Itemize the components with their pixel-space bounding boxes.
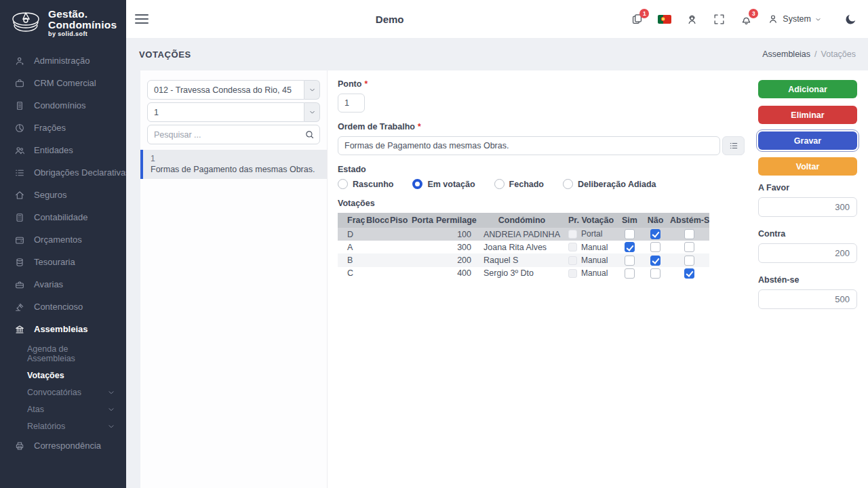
sidebar-nav: AdministraçãoCRM ComercialCondomíniosFra… [0,49,126,457]
cell-nao [642,267,669,280]
sim-checkbox[interactable] [625,229,635,239]
nao-checkbox[interactable] [650,268,660,279]
column-header-porta: Porta [410,213,435,228]
voltar-button[interactable]: Voltar [758,157,857,176]
table-row-fracao-c[interactable]: C400Sergio 3º DtoManual [338,267,709,280]
sidebar-item-contencioso[interactable]: Contencioso [0,296,126,318]
estado-radio-rascunho[interactable]: Rascunho [338,179,393,189]
cell-nao [642,228,669,241]
ordem-de-trabalho-input[interactable] [338,136,720,155]
support-button[interactable] [686,13,698,26]
cell-piso [389,228,410,241]
sidebar-subitem-label: Atas [27,405,44,414]
cell-permilagem: 300 [435,241,477,253]
ponto-input[interactable] [338,94,365,113]
estado-radio-fechado[interactable]: Fechado [494,179,544,189]
assembleia-select[interactable]: 1 [147,102,320,122]
eliminar-button[interactable]: Eliminar [758,106,857,124]
chevron-down-icon [309,108,316,116]
estado-radio-delibera-o-adiada[interactable]: Deliberação Adiada [563,179,656,189]
abstem-se-checkbox[interactable] [684,242,694,252]
fullscreen-button[interactable] [713,13,726,26]
sidebar-subitem-agenda-de-assembleias[interactable]: Agenda de Assembleias [0,340,126,367]
nao-checkbox[interactable] [650,256,660,266]
sidebar-subitem-convocatorias[interactable]: Convocatórias [0,384,126,401]
abstem-se-checkbox[interactable] [684,229,694,239]
chevron-down-icon [814,16,822,23]
content: 012 - Travessa Condessa do Rio, 45 1 [126,70,868,488]
sidebar-item-seguros[interactable]: Seguros [0,184,126,206]
sidebar-item-condominios[interactable]: Condomínios [0,94,126,117]
breadcrumb-parent[interactable]: Assembleias [762,49,810,59]
abstem-se-input[interactable] [758,289,857,309]
assembleia-select-value[interactable]: 1 [147,102,304,122]
pr-votacao-checkbox-disabled [568,230,577,239]
sim-checkbox[interactable] [625,268,635,279]
sidebar-subitem-votacoes[interactable]: Votações [0,367,126,384]
sidebar-item-orcamentos[interactable]: Orçamentos [0,228,126,251]
cell-fracao: C [338,267,365,280]
gravar-button[interactable]: Gravar [758,131,857,150]
cell-permilagem: 400 [435,267,477,280]
table-row-fracao-b[interactable]: B200Raquel SManual [338,253,709,266]
contra-input[interactable] [758,243,857,263]
agenda-list: 1 Formas de Pagamento das mesmas Obras. [140,150,327,179]
apps-button[interactable]: 1 [631,13,644,26]
a-favor-input[interactable] [758,197,857,217]
ordem-list-button[interactable] [722,136,745,155]
condominio-select-caret[interactable] [304,80,320,100]
ordem-de-trabalho-label: Ordem de Trabalho* [338,122,745,131]
votacoes-table-label: Votações [338,199,745,208]
sidebar-item-tesouraria[interactable]: Tesouraria [0,251,126,273]
sidebar-item-contabilidade[interactable]: Contabilidade [0,206,126,228]
sidebar-item-label: Orçamentos [34,235,82,245]
brand-line1: Gestão. [48,9,117,20]
estado-radio-em-vota-o[interactable]: Em votação [412,179,475,189]
column-header-bloco: Bloco [365,213,389,228]
sidebar-subitem-atas[interactable]: Atas [0,401,126,418]
sidebar-item-entidades[interactable]: Entidades [0,139,126,161]
cell-piso [389,253,410,266]
abstem-se-checkbox[interactable] [684,268,694,279]
vote-form: Ponto* Ordem de Trabalho* Estado Rascunh… [328,70,758,488]
list-icon [729,141,738,150]
sidebar-subitem-relatorios[interactable]: Relatórios [0,418,126,434]
search-box [147,125,320,144]
sidebar-item-correspondencia[interactable]: Correspondência [0,434,126,457]
user-name: System [783,14,811,24]
pr-votacao-checkbox-disabled [568,256,577,265]
nao-checkbox[interactable] [650,229,660,239]
sim-checkbox[interactable] [625,256,635,266]
building-icon [14,100,25,111]
condominio-select-value[interactable]: 012 - Travessa Condessa do Rio, 45 [147,80,304,100]
table-row-fracao-a[interactable]: A300Joana Rita AlvesManual [338,241,709,253]
column-header-sim: Sim [617,213,642,228]
search-input[interactable] [147,125,320,144]
column-header-cond-mino: Condómino [477,213,567,228]
adicionar-button[interactable]: Adicionar [758,80,857,98]
radio-unselected-icon[interactable] [338,179,348,189]
agenda-list-item-selected[interactable]: 1 Formas de Pagamento das mesmas Obras. [140,150,327,179]
sidebar-item-obrigacoes-declarativas[interactable]: Obrigações Declarativas [0,161,126,184]
radio-unselected-icon[interactable] [563,179,573,189]
table-row-fracao-d[interactable]: D100ANDREIA PADINHAPortal [338,228,709,241]
notifications-button[interactable]: 3 [740,13,753,26]
menu-toggle-icon[interactable] [135,12,149,26]
breadcrumb-current: Votações [821,49,856,59]
sidebar-item-fracoes[interactable]: Frações [0,117,126,139]
user-menu[interactable]: System [767,13,822,25]
abstem-se-checkbox[interactable] [684,256,694,266]
sidebar-item-crm-comercial[interactable]: CRM Comercial [0,72,126,94]
sidebar-item-assembleias[interactable]: Assembleias [0,318,126,340]
radio-unselected-icon[interactable] [494,179,505,189]
nao-checkbox[interactable] [650,242,660,252]
dark-mode-toggle[interactable] [844,13,857,26]
sidebar-item-avarias[interactable]: Avarias [0,273,126,296]
language-button[interactable] [658,15,671,24]
sim-checkbox[interactable] [625,242,635,252]
radio-selected-icon[interactable] [412,179,422,189]
condominio-select[interactable]: 012 - Travessa Condessa do Rio, 45 [147,80,320,100]
cell-condomino: Joana Rita Alves [477,241,567,253]
assembleia-select-caret[interactable] [304,102,320,122]
sidebar-item-administracao[interactable]: Administração [0,49,126,72]
